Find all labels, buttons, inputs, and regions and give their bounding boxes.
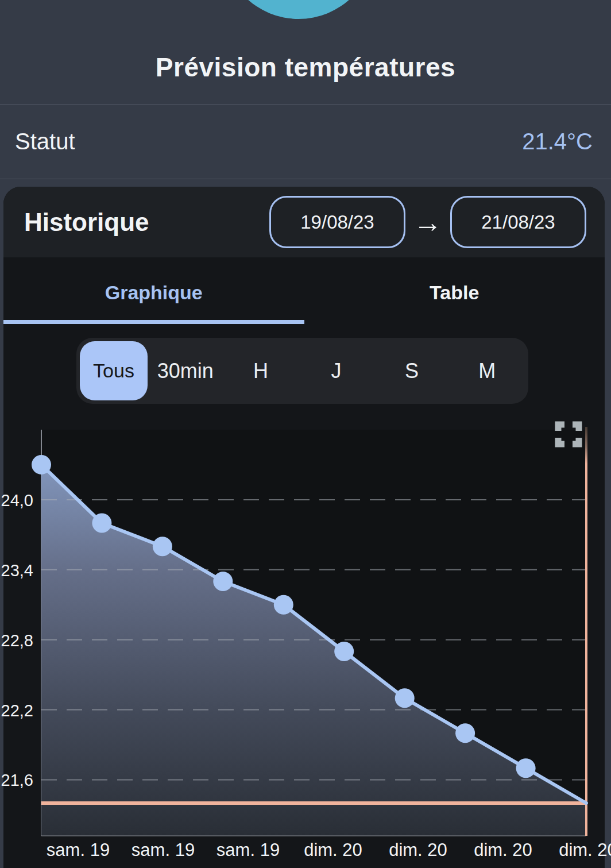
x-tick-label: dim. 20 xyxy=(474,840,532,860)
fullscreen-icon[interactable] xyxy=(555,421,582,447)
data-point[interactable] xyxy=(92,514,111,533)
status-value: 21.4°C xyxy=(522,129,593,155)
y-tick-label: 21,6 xyxy=(1,771,33,789)
y-tick-label: 22,2 xyxy=(1,701,33,720)
status-label: Statut xyxy=(15,129,75,155)
filter-pill-tous[interactable]: Tous xyxy=(80,341,148,400)
filter-pill-30min[interactable]: 30min xyxy=(148,359,223,383)
y-tick-label: 24,0 xyxy=(1,491,33,510)
filter-pill-h[interactable]: H xyxy=(223,359,298,383)
x-tick-label: sam. 19 xyxy=(216,840,280,860)
history-card-header: Historique 19/08/23 → 21/08/23 xyxy=(3,187,605,257)
data-point[interactable] xyxy=(334,642,354,661)
page-title: Prévision températures xyxy=(0,52,611,83)
x-tick-label: dim. 20 xyxy=(559,840,611,860)
active-tab-underline xyxy=(3,320,304,324)
arrow-right-icon: → xyxy=(413,206,442,239)
history-title: Historique xyxy=(24,208,269,237)
tab-table[interactable]: Table xyxy=(304,257,605,327)
time-filter-bar: Tous30minHJSM xyxy=(76,338,528,404)
x-tick-label: sam. 19 xyxy=(132,840,195,860)
tab-graphique[interactable]: Graphique xyxy=(3,257,304,327)
data-point[interactable] xyxy=(395,688,415,708)
temperature-chart-svg[interactable]: 24,023,422,822,221,6sam. 19sam. 19sam. 1… xyxy=(3,418,611,868)
x-tick-label: dim. 20 xyxy=(304,840,362,860)
x-tick-label: sam. 19 xyxy=(47,840,110,860)
view-tabs: Graphique Table xyxy=(3,257,605,327)
data-point[interactable] xyxy=(274,595,293,615)
history-card: Historique 19/08/23 → 21/08/23 Graphique… xyxy=(3,187,605,868)
filter-pill-j[interactable]: J xyxy=(299,359,374,383)
status-row: Statut 21.4°C xyxy=(0,104,611,179)
date-to-button[interactable]: 21/08/23 xyxy=(450,196,586,248)
temperature-chart[interactable]: 24,023,422,822,221,6sam. 19sam. 19sam. 1… xyxy=(3,418,611,868)
data-point[interactable] xyxy=(32,455,51,474)
filter-pill-s[interactable]: S xyxy=(374,359,449,383)
app-screen: Prévision températures Statut 21.4°C His… xyxy=(0,0,611,868)
data-point[interactable] xyxy=(455,723,475,743)
y-tick-label: 23,4 xyxy=(1,561,33,580)
data-point[interactable] xyxy=(213,572,233,591)
date-from-button[interactable]: 19/08/23 xyxy=(269,196,405,248)
app-logo-circle xyxy=(222,0,375,19)
filter-pill-m[interactable]: M xyxy=(450,359,525,383)
data-point[interactable] xyxy=(153,537,172,556)
y-tick-label: 22,8 xyxy=(1,631,33,650)
x-tick-label: dim. 20 xyxy=(389,840,447,860)
data-point[interactable] xyxy=(516,758,536,778)
